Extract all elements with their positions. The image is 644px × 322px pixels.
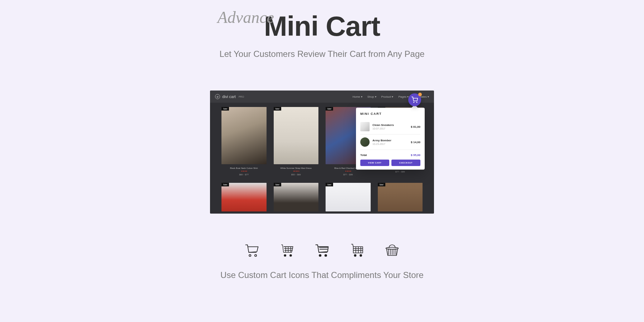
view-cart-button[interactable]: VIEW CART [360,160,389,166]
cart-icon [411,97,418,103]
nav-item[interactable]: Shop ▾ [367,95,376,98]
cart-item-name: Army Bomber [372,139,408,142]
product-image [378,183,423,211]
cart-item-price: $ 14,00 [411,141,420,144]
sale-badge: Sale! [221,107,229,111]
svg-point-10 [360,254,362,256]
sale-badge: Sale! [326,107,333,111]
basket-icon [385,243,400,259]
svg-point-9 [354,254,356,256]
sale-badge: Sale! [274,183,281,186]
product-title: White Summer Strap Maxi Dress [274,167,319,169]
star-rating-icon: ★★★★★ [221,170,267,172]
product-card[interactable]: Sale! [378,183,423,211]
product-card[interactable]: Sale! White Summer Strap Maxi Dress ★★★★… [274,107,319,176]
mini-cart-popover: MINI CART Clean Sneakers 10-07-2017 $ 81… [356,108,425,170]
logo-sup: PRO [239,96,244,98]
mockup-logo: d divi cartPRO [215,94,244,99]
product-image [274,107,319,164]
product-price: $77 – $99 [378,171,423,173]
cart-icons-row [0,243,644,259]
product-card[interactable]: Sale! Black Boat Neck Cotton Shirt ★★★★★… [221,107,267,176]
product-price: $50 – $69 [274,174,319,176]
cart-badge [418,93,422,96]
svg-point-5 [290,254,292,256]
svg-point-4 [284,254,286,256]
svg-point-0 [414,102,414,103]
sale-badge: Sale! [221,183,229,186]
sale-badge: Sale! [274,107,281,111]
icons-caption: Use Custom Cart Icons That Compliments Y… [0,270,644,280]
product-image [221,183,267,211]
product-card[interactable]: Sale! [326,183,371,211]
cart-item-name: Clean Sneakers [372,123,408,127]
hero-subtitle: Let Your Customers Review Their Cart fro… [0,49,644,59]
cart-total-label: Total [360,153,367,157]
sale-badge: Sale! [326,183,333,186]
svg-point-2 [249,254,251,256]
cart-item-image [360,137,370,147]
product-card[interactable]: Sale! [221,183,267,211]
star-rating-icon: ★★★★★ [326,170,371,172]
svg-point-1 [416,102,417,103]
cart-item-price: $ 81,00 [411,125,420,128]
nav-item[interactable]: Home ▾ [352,95,362,98]
cart-item-date: 10-23-2017 [372,143,408,145]
checkout-button[interactable]: CHECKOUT [391,160,420,166]
svg-rect-8 [353,247,363,253]
cart-item[interactable]: Clean Sneakers 10-07-2017 $ 81,00 [360,119,420,135]
product-image [326,183,371,211]
cart-grid-icon [279,243,294,259]
nav-item[interactable]: Pages ▾ [398,95,409,98]
product-title: Black Boat Neck Cotton Shirt [221,167,267,169]
cart-outline-icon [244,243,259,259]
mini-cart-title: MINI CART [360,112,420,116]
cart-basket-grid-icon [350,243,365,259]
product-image [274,183,319,211]
svg-point-7 [325,254,327,256]
cart-fab-button[interactable] [408,93,421,106]
product-price: $77 – $89 [326,174,371,176]
nav-item[interactable]: Product ▾ [381,95,394,98]
cart-item-image [360,122,370,131]
product-price: $69 – $77 [221,174,267,176]
product-card[interactable]: Sale! [274,183,319,211]
product-image [221,107,267,164]
cart-item-date: 10-07-2017 [372,127,408,130]
svg-point-6 [319,254,321,256]
logo-mark-icon: d [215,94,220,99]
cart-simple-icon [314,243,330,259]
product-page-mockup: d divi cartPRO Home ▾ Shop ▾ Product ▾ P… [210,91,434,214]
logo-text: divi cart [222,94,236,99]
star-rating-icon: ★★★★★ [274,170,319,172]
sale-badge: Sale! [378,183,385,186]
hero-title: Mini Cart [264,10,380,43]
svg-point-3 [255,254,257,256]
cart-total-value: $ 95,00 [411,153,420,157]
svg-point-11 [386,247,399,249]
hero-script-text: Advance [218,8,274,27]
cart-item[interactable]: Army Bomber 10-23-2017 $ 14,00 [360,135,420,150]
